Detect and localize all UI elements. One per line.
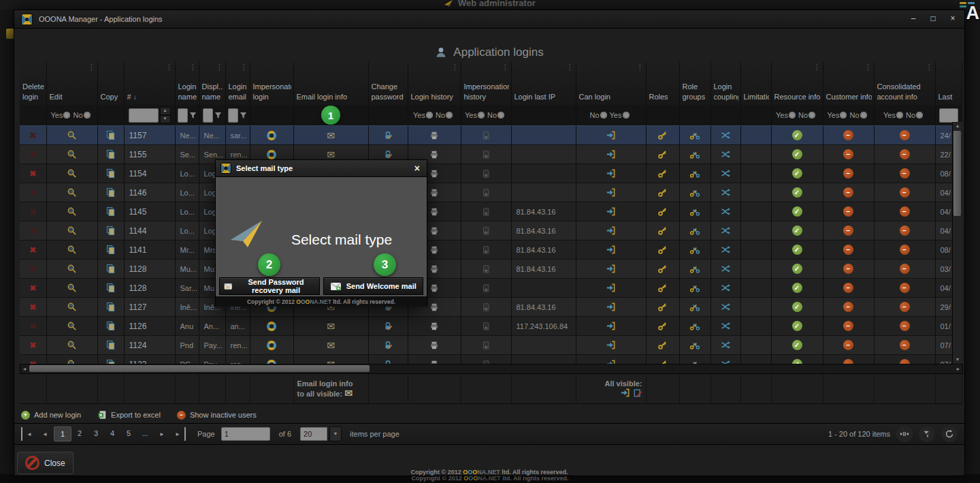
delete-icon[interactable]: ✖: [29, 245, 36, 255]
cell-impersonation-history[interactable]: [461, 183, 511, 202]
email-info-icon[interactable]: ✉: [344, 388, 353, 399]
cell-roles[interactable]: [646, 221, 679, 240]
check-icon[interactable]: ✓: [792, 283, 802, 293]
minus-icon[interactable]: −: [900, 149, 910, 159]
check-icon[interactable]: ✓: [792, 245, 802, 255]
cell-consolidated-account-info[interactable]: −: [874, 240, 935, 260]
col-copy[interactable]: Copy: [97, 62, 124, 105]
cell-consolidated-account-info[interactable]: −: [874, 221, 935, 240]
cell-edit[interactable]: [46, 164, 97, 183]
cell-customer-info[interactable]: −: [823, 221, 874, 240]
cell-impersonation-history[interactable]: [461, 145, 511, 164]
cell-can-login[interactable]: [576, 336, 646, 355]
cell-edit[interactable]: [46, 126, 97, 145]
impersonate-icon[interactable]: [267, 341, 276, 350]
page-number-input[interactable]: [221, 427, 270, 441]
cell-copy[interactable]: [97, 202, 124, 221]
cell-role-groups[interactable]: [679, 240, 710, 260]
cell-customer-info[interactable]: −: [823, 260, 874, 279]
filter-radio-yes[interactable]: Yes: [776, 111, 798, 119]
hscroll-thumb[interactable]: [29, 365, 370, 372]
cell-delete[interactable]: ✖: [20, 240, 46, 260]
cell-resource-info[interactable]: ✓: [771, 336, 823, 355]
cell-copy[interactable]: [97, 183, 124, 202]
filter-radio-no[interactable]: No: [487, 111, 507, 119]
cell-role-groups[interactable]: [679, 317, 710, 336]
cell-can-login[interactable]: [576, 317, 646, 336]
grid-row[interactable]: ✖1157Ne...Ne...sar...✉✓−−24/: [20, 126, 962, 145]
minus-icon[interactable]: −: [843, 130, 853, 140]
scroll-right-icon[interactable]: ►: [954, 367, 962, 371]
cell-consolidated-account-info[interactable]: −: [874, 183, 935, 202]
cell-login-history[interactable]: [408, 317, 461, 336]
col-login-email[interactable]: ⋮Loginemail: [225, 62, 250, 105]
cell-customer-info[interactable]: −: [823, 145, 874, 164]
minus-icon[interactable]: −: [900, 187, 910, 198]
text-filter-input[interactable]: [203, 108, 213, 123]
cell-copy[interactable]: [97, 279, 124, 298]
col-login-history[interactable]: ⋮Login history: [408, 62, 461, 105]
col-last[interactable]: Last: [935, 62, 962, 105]
grid-row[interactable]: ✖1128Sar...Mu...✉✓−−04/: [20, 279, 962, 298]
col-num[interactable]: ⋮#↓: [124, 62, 175, 105]
cell-limitation[interactable]: [740, 317, 771, 336]
grid-row[interactable]: ✖1145Lo...Log...✉81.84.43.16✓−−04/: [20, 202, 962, 221]
cell-resource-info[interactable]: ✓: [771, 260, 823, 279]
cell-limitation[interactable]: [740, 145, 771, 164]
scroll-up-icon[interactable]: ▲: [953, 122, 962, 130]
cell-can-login[interactable]: [576, 145, 646, 164]
cell-resource-info[interactable]: ✓: [771, 183, 823, 202]
cell-customer-info[interactable]: −: [823, 240, 874, 260]
filter-input[interactable]: [939, 108, 958, 123]
filter-login-name[interactable]: [175, 105, 199, 126]
filter-funnel-icon[interactable]: [214, 110, 222, 119]
cell-login-coupling[interactable]: [710, 126, 740, 145]
filter-radio-yes[interactable]: Yes: [50, 111, 73, 119]
cell-login-coupling[interactable]: [710, 336, 740, 355]
cell-consolidated-account-info[interactable]: −: [874, 336, 935, 355]
cell-limitation[interactable]: [740, 164, 771, 183]
cell-login-coupling[interactable]: [710, 260, 740, 279]
filter-display-name[interactable]: [199, 105, 225, 126]
cell-delete[interactable]: ✖: [20, 145, 46, 164]
cell-roles[interactable]: [646, 298, 679, 317]
cell-edit[interactable]: [46, 317, 97, 336]
col-display-name[interactable]: ⋮Displ...name: [199, 62, 225, 105]
cell-resource-info[interactable]: ✓: [771, 240, 823, 260]
cell-roles[interactable]: [646, 145, 679, 164]
check-icon[interactable]: ✓: [792, 130, 802, 140]
cell-login-history[interactable]: [408, 126, 461, 145]
cell-limitation[interactable]: [740, 240, 771, 260]
filter-funnel-icon[interactable]: [189, 110, 197, 119]
page-button-4[interactable]: 4: [104, 426, 120, 440]
cell-login-coupling[interactable]: [710, 202, 740, 221]
email-info-icon[interactable]: ✉: [327, 130, 335, 141]
col-change-password[interactable]: Changepassword: [368, 62, 408, 105]
text-filter-input[interactable]: [228, 108, 238, 123]
cell-limitation[interactable]: [740, 183, 771, 202]
page-button-...[interactable]: ...: [137, 426, 153, 440]
filter-funnel-icon[interactable]: [240, 110, 247, 119]
cell-resource-info[interactable]: ✓: [771, 298, 823, 317]
filter-radio-yes[interactable]: Yes: [883, 111, 906, 119]
cell-roles[interactable]: [646, 164, 679, 183]
cell-can-login[interactable]: [576, 279, 646, 298]
cell-login-coupling[interactable]: [710, 298, 740, 317]
email-info-icon[interactable]: ✉: [327, 340, 335, 351]
check-icon[interactable]: ✓: [792, 264, 802, 274]
filter-edit[interactable]: YesNo: [46, 105, 97, 126]
filter-radio-no[interactable]: No: [906, 111, 926, 119]
filter-radio-yes[interactable]: Yes: [465, 111, 487, 119]
delete-icon[interactable]: ✖: [29, 341, 36, 350]
minus-icon[interactable]: −: [843, 264, 853, 274]
cell-consolidated-account-info[interactable]: −: [874, 126, 935, 145]
filter-email-login-info[interactable]: 1: [293, 105, 368, 126]
cell-resource-info[interactable]: ✓: [771, 279, 823, 298]
refresh-button[interactable]: [941, 426, 958, 442]
page-button-3[interactable]: 3: [88, 426, 104, 440]
cell-email-login-info[interactable]: ✉: [293, 126, 368, 145]
col-consolidated-account-info[interactable]: ⋮Consolidatedaccount info: [874, 62, 935, 105]
delete-icon[interactable]: ✖: [29, 283, 36, 293]
check-icon[interactable]: ✓: [792, 168, 802, 178]
filter-radio-no[interactable]: No: [589, 111, 609, 119]
